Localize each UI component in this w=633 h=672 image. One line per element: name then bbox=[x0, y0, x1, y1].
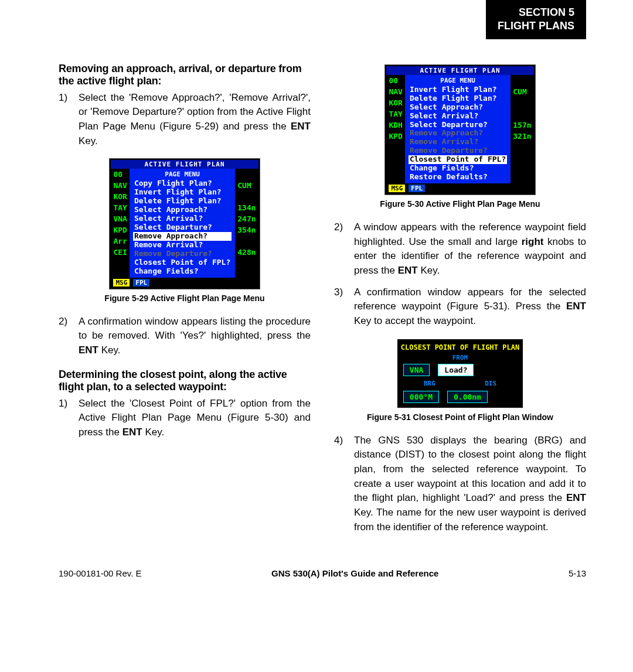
step-item: 4)The GNS 530 displays the bearing (BRG)… bbox=[334, 434, 586, 534]
fpl-badge: FPL bbox=[133, 279, 149, 286]
page-number: 5-13 bbox=[569, 568, 586, 578]
menu-item: Closest Point of FPL? bbox=[409, 155, 507, 164]
menu-item: Remove Approach? bbox=[409, 129, 507, 138]
menu-item: Remove Arrival? bbox=[409, 138, 507, 146]
figure-5-30: ACTIVE FLIGHT PLAN 00NAVKORTAYKDHKPD PAG… bbox=[334, 65, 586, 209]
menu-item: Invert Flight Plan? bbox=[409, 86, 507, 94]
figure-5-29: ACTIVE FLIGHT PLAN 00NAVKORTAYVNAKPDArrC… bbox=[59, 159, 311, 302]
menu-item: Delete Flight Plan? bbox=[409, 94, 507, 103]
figure-5-31: CLOSEST POINT OF FLIGHT PLAN FROM VNA Lo… bbox=[334, 339, 586, 422]
steps-closest-r1: 2)A window appears with the reference wa… bbox=[334, 220, 586, 328]
steps-remove: 1)Select the 'Remove Approach?', 'Remove… bbox=[59, 91, 311, 149]
page-footer: 190-00181-00 Rev. E GNS 530(A) Pilot's G… bbox=[59, 568, 586, 578]
step-item: 1)Select the 'Remove Approach?', 'Remove… bbox=[59, 91, 311, 149]
menu-item: Copy Flight Plan? bbox=[133, 179, 232, 188]
msg-badge: MSG bbox=[389, 185, 405, 192]
menu-item: Remove Approach? bbox=[133, 232, 232, 241]
menu-item: Change Fields? bbox=[133, 267, 232, 276]
steps-remove-2: 2)A confirmation window appears listing … bbox=[59, 315, 311, 358]
menu-item: Select Arrival? bbox=[133, 214, 232, 223]
menu-item: Select Departure? bbox=[133, 223, 232, 232]
menu-item: Remove Departure? bbox=[409, 146, 507, 155]
doc-title: GNS 530(A) Pilot's Guide and Reference bbox=[271, 568, 438, 578]
menu-item: Select Approach? bbox=[133, 206, 232, 214]
step-item: 1)Select the 'Closest Point of FPL?' opt… bbox=[59, 397, 311, 440]
cpfp-load: Load? bbox=[438, 364, 474, 376]
msg-badge: MSG bbox=[113, 279, 130, 286]
doc-rev: 190-00181-00 Rev. E bbox=[59, 568, 141, 578]
fpl-badge: FPL bbox=[409, 185, 425, 192]
step-item: 2)A confirmation window appears listing … bbox=[59, 315, 311, 358]
step-item: 3)A confirmation window appears for the … bbox=[334, 285, 586, 329]
subhead-remove: Removing an approach, arrival, or depart… bbox=[59, 63, 311, 87]
menu-item: Restore Defaults? bbox=[409, 173, 507, 182]
cpfp-from: VNA bbox=[403, 364, 430, 376]
subhead-closest: Determining the closest point, along the… bbox=[59, 369, 311, 393]
menu-item: Delete Flight Plan? bbox=[133, 197, 232, 206]
menu-item: Remove Departure? bbox=[133, 250, 232, 258]
menu-item: Remove Arrival? bbox=[133, 241, 232, 250]
steps-closest: 1)Select the 'Closest Point of FPL?' opt… bbox=[59, 397, 311, 440]
menu-item: Select Departure? bbox=[409, 121, 507, 129]
menu-item: Closest Point of FPL? bbox=[133, 258, 232, 267]
section-header: SECTION 5 FLIGHT PLANS bbox=[59, 0, 586, 39]
menu-item: Select Approach? bbox=[409, 103, 507, 112]
menu-item: Select Arrival? bbox=[409, 112, 507, 121]
menu-item: Invert Flight Plan? bbox=[133, 188, 232, 197]
menu-item: Change Fields? bbox=[409, 164, 507, 173]
section-line1: SECTION 5 bbox=[498, 6, 574, 19]
step-item: 2)A window appears with the reference wa… bbox=[334, 220, 586, 278]
steps-closest-r2: 4)The GNS 530 displays the bearing (BRG)… bbox=[334, 434, 586, 534]
section-line2: FLIGHT PLANS bbox=[498, 19, 574, 33]
